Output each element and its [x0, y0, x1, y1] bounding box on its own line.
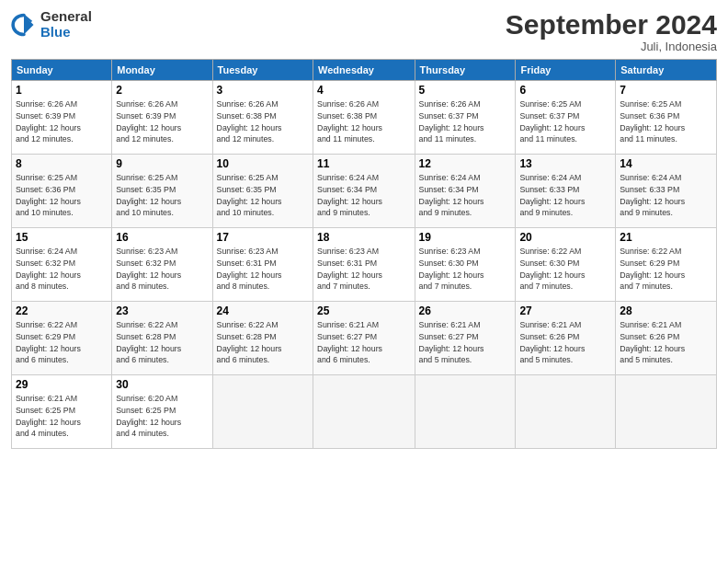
table-row: 28Sunrise: 6:21 AM Sunset: 6:26 PM Dayli… — [616, 302, 717, 375]
day-info: Sunrise: 6:23 AM Sunset: 6:31 PM Dayligh… — [217, 246, 309, 293]
table-row: 13Sunrise: 6:24 AM Sunset: 6:33 PM Dayli… — [516, 155, 616, 228]
day-number: 14 — [620, 157, 712, 170]
table-row — [313, 375, 415, 449]
calendar-week-1: 1Sunrise: 6:26 AM Sunset: 6:39 PM Daylig… — [12, 81, 717, 155]
day-number: 17 — [217, 231, 309, 244]
day-info: Sunrise: 6:25 AM Sunset: 6:37 PM Dayligh… — [519, 98, 611, 145]
logo: General Blue — [11, 9, 92, 40]
day-number: 20 — [519, 231, 611, 244]
day-number: 15 — [16, 231, 108, 244]
table-row: 24Sunrise: 6:22 AM Sunset: 6:28 PM Dayli… — [212, 302, 313, 375]
day-number: 4 — [317, 84, 411, 97]
day-info: Sunrise: 6:24 AM Sunset: 6:33 PM Dayligh… — [519, 172, 611, 219]
table-row — [616, 375, 717, 449]
table-row — [415, 375, 516, 449]
day-number: 16 — [116, 231, 208, 244]
day-info: Sunrise: 6:21 AM Sunset: 6:26 PM Dayligh… — [519, 319, 611, 366]
day-number: 19 — [419, 231, 512, 244]
day-number: 22 — [16, 304, 108, 317]
day-number: 13 — [519, 157, 611, 170]
day-info: Sunrise: 6:22 AM Sunset: 6:28 PM Dayligh… — [116, 319, 208, 366]
day-info: Sunrise: 6:26 AM Sunset: 6:39 PM Dayligh… — [116, 98, 208, 145]
day-info: Sunrise: 6:25 AM Sunset: 6:35 PM Dayligh… — [217, 172, 309, 219]
calendar-week-5: 29Sunrise: 6:21 AM Sunset: 6:25 PM Dayli… — [12, 375, 717, 449]
header-wednesday: Wednesday — [313, 60, 415, 81]
day-number: 28 — [620, 304, 712, 317]
day-info: Sunrise: 6:25 AM Sunset: 6:36 PM Dayligh… — [16, 172, 108, 219]
calendar-week-4: 22Sunrise: 6:22 AM Sunset: 6:29 PM Dayli… — [12, 302, 717, 375]
day-number: 10 — [217, 157, 309, 170]
table-row: 29Sunrise: 6:21 AM Sunset: 6:25 PM Dayli… — [12, 375, 112, 449]
table-row: 18Sunrise: 6:23 AM Sunset: 6:31 PM Dayli… — [313, 228, 415, 302]
header-friday: Friday — [516, 60, 616, 81]
table-row: 27Sunrise: 6:21 AM Sunset: 6:26 PM Dayli… — [516, 302, 616, 375]
day-number: 29 — [16, 378, 108, 391]
day-number: 30 — [116, 378, 208, 391]
day-number: 1 — [16, 84, 108, 97]
day-info: Sunrise: 6:23 AM Sunset: 6:32 PM Dayligh… — [116, 246, 208, 293]
day-number: 11 — [317, 157, 411, 170]
day-info: Sunrise: 6:24 AM Sunset: 6:34 PM Dayligh… — [317, 172, 411, 219]
table-row: 7Sunrise: 6:25 AM Sunset: 6:36 PM Daylig… — [616, 81, 717, 155]
header-thursday: Thursday — [415, 60, 516, 81]
header-row: Sunday Monday Tuesday Wednesday Thursday… — [12, 60, 717, 81]
table-row: 10Sunrise: 6:25 AM Sunset: 6:35 PM Dayli… — [212, 155, 313, 228]
table-row: 22Sunrise: 6:22 AM Sunset: 6:29 PM Dayli… — [12, 302, 112, 375]
table-row: 9Sunrise: 6:25 AM Sunset: 6:35 PM Daylig… — [112, 155, 212, 228]
table-row: 6Sunrise: 6:25 AM Sunset: 6:37 PM Daylig… — [516, 81, 616, 155]
day-info: Sunrise: 6:21 AM Sunset: 6:27 PM Dayligh… — [419, 319, 512, 366]
logo-text: General Blue — [40, 9, 92, 40]
day-info: Sunrise: 6:22 AM Sunset: 6:30 PM Dayligh… — [519, 246, 611, 293]
day-number: 6 — [519, 84, 611, 97]
day-info: Sunrise: 6:22 AM Sunset: 6:29 PM Dayligh… — [16, 319, 108, 366]
table-row: 23Sunrise: 6:22 AM Sunset: 6:28 PM Dayli… — [112, 302, 212, 375]
table-row: 17Sunrise: 6:23 AM Sunset: 6:31 PM Dayli… — [212, 228, 313, 302]
day-info: Sunrise: 6:24 AM Sunset: 6:33 PM Dayligh… — [620, 172, 712, 219]
day-info: Sunrise: 6:22 AM Sunset: 6:29 PM Dayligh… — [620, 246, 712, 293]
day-info: Sunrise: 6:24 AM Sunset: 6:32 PM Dayligh… — [16, 246, 108, 293]
day-info: Sunrise: 6:26 AM Sunset: 6:38 PM Dayligh… — [317, 98, 411, 145]
calendar-week-3: 15Sunrise: 6:24 AM Sunset: 6:32 PM Dayli… — [12, 228, 717, 302]
calendar-table: Sunday Monday Tuesday Wednesday Thursday… — [11, 59, 717, 449]
day-info: Sunrise: 6:21 AM Sunset: 6:26 PM Dayligh… — [620, 319, 712, 366]
day-info: Sunrise: 6:25 AM Sunset: 6:35 PM Dayligh… — [116, 172, 208, 219]
day-number: 18 — [317, 231, 411, 244]
day-number: 12 — [419, 157, 512, 170]
day-number: 26 — [419, 304, 512, 317]
header: General Blue September 2024 Juli, Indone… — [11, 9, 717, 53]
day-info: Sunrise: 6:21 AM Sunset: 6:25 PM Dayligh… — [16, 393, 108, 440]
calendar-container: General Blue September 2024 Juli, Indone… — [0, 0, 728, 563]
table-row — [212, 375, 313, 449]
month-title: September 2024 — [506, 9, 717, 40]
day-number: 23 — [116, 304, 208, 317]
logo-general-text: General — [40, 9, 92, 25]
header-saturday: Saturday — [616, 60, 717, 81]
day-info: Sunrise: 6:26 AM Sunset: 6:39 PM Dayligh… — [16, 98, 108, 145]
day-number: 24 — [217, 304, 309, 317]
logo-icon — [11, 12, 37, 38]
header-tuesday: Tuesday — [212, 60, 313, 81]
table-row: 12Sunrise: 6:24 AM Sunset: 6:34 PM Dayli… — [415, 155, 516, 228]
subtitle: Juli, Indonesia — [506, 40, 717, 53]
table-row: 16Sunrise: 6:23 AM Sunset: 6:32 PM Dayli… — [112, 228, 212, 302]
day-info: Sunrise: 6:25 AM Sunset: 6:36 PM Dayligh… — [620, 98, 712, 145]
header-sunday: Sunday — [12, 60, 112, 81]
day-number: 25 — [317, 304, 411, 317]
table-row: 26Sunrise: 6:21 AM Sunset: 6:27 PM Dayli… — [415, 302, 516, 375]
day-info: Sunrise: 6:24 AM Sunset: 6:34 PM Dayligh… — [419, 172, 512, 219]
table-row: 5Sunrise: 6:26 AM Sunset: 6:37 PM Daylig… — [415, 81, 516, 155]
day-number: 5 — [419, 84, 512, 97]
table-row: 1Sunrise: 6:26 AM Sunset: 6:39 PM Daylig… — [12, 81, 112, 155]
day-info: Sunrise: 6:26 AM Sunset: 6:37 PM Dayligh… — [419, 98, 512, 145]
day-number: 9 — [116, 157, 208, 170]
day-number: 21 — [620, 231, 712, 244]
table-row: 11Sunrise: 6:24 AM Sunset: 6:34 PM Dayli… — [313, 155, 415, 228]
day-number: 27 — [519, 304, 611, 317]
table-row: 8Sunrise: 6:25 AM Sunset: 6:36 PM Daylig… — [12, 155, 112, 228]
table-row: 15Sunrise: 6:24 AM Sunset: 6:32 PM Dayli… — [12, 228, 112, 302]
table-row: 4Sunrise: 6:26 AM Sunset: 6:38 PM Daylig… — [313, 81, 415, 155]
table-row: 20Sunrise: 6:22 AM Sunset: 6:30 PM Dayli… — [516, 228, 616, 302]
table-row: 30Sunrise: 6:20 AM Sunset: 6:25 PM Dayli… — [112, 375, 212, 449]
day-info: Sunrise: 6:21 AM Sunset: 6:27 PM Dayligh… — [317, 319, 411, 366]
table-row: 2Sunrise: 6:26 AM Sunset: 6:39 PM Daylig… — [112, 81, 212, 155]
